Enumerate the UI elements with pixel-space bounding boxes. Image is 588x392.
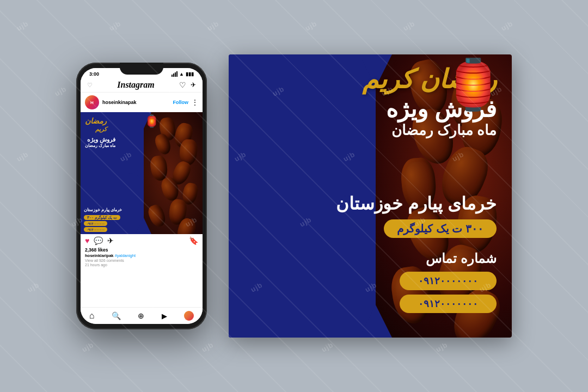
battery-icon: ▮▮▮ [186,71,194,77]
mini-sale-subtitle: ماه مبارک رمضان [85,143,115,148]
heart-header-icon[interactable]: ♡ [87,82,93,89]
avatar[interactable]: H [85,95,99,109]
wifi-icon: ▲ [179,71,184,77]
reels-nav-icon[interactable]: ▶ [162,312,167,320]
home-nav-icon[interactable]: ⌂ [89,311,95,321]
mini-ramadan-text: رمضان [85,117,107,126]
poster-phone1: ۰۹۱۲۰۰۰۰۰۰۰ [400,272,497,290]
signal-bars [171,71,177,77]
poster-phone2: ۰۹۱۲۰۰۰۰۰۰۰ [400,295,497,313]
mini-calligraphy: رمضان کریم [85,117,107,133]
mini-phone2: ۰۹۱۲۰۰۰۰۰۰۰ [84,227,107,232]
product-section: خرمای پیارم خوزستان ۳۰۰ ت یک کیلوگرم شما… [244,193,497,313]
phone-screen: 3:00 ▲ ▮▮▮ ♡ Instagram ♡ [81,68,203,324]
more-options-icon[interactable]: ⋮ [192,99,198,106]
share-icon[interactable]: ✈ [107,236,114,245]
poster-sale-subtitle: ماه مبارک رمضان [244,122,497,139]
post-header: H hoseinkinapak Follow ⋮ [81,93,203,112]
post-image: رمضان کریم 🏮 فروش ویژه ماه مبارک رمضان خ… [81,112,203,234]
header-icons: ♡ ✈ [179,81,196,89]
heart-icon[interactable]: ♡ [179,81,186,89]
mini-sale-title: فروش ویژه [85,136,115,143]
poster-product-title: خرمای پیارم خوزستان [244,193,497,214]
bottom-navigation: ⌂ 🔍 ⊕ ▶ [81,307,203,324]
signal-bar-2 [173,74,174,77]
mini-phone1: ۰۹۱۲۰۰۰۰۰۰۰ [84,221,107,226]
large-poster: 🏮 رمضان کریم فروش ویژه ماه مبارک رمضان خ… [229,54,512,338]
message-icon[interactable]: ✈ [191,81,196,89]
signal-bar-3 [175,72,176,77]
profile-nav-icon[interactable] [184,311,194,321]
caption-username: hoseinklaripak [85,253,114,258]
phone-mockup: 3:00 ▲ ▮▮▮ ♡ Instagram ♡ [76,63,207,329]
mini-phone-numbers: ۰۹۱۲۰۰۰۰۰۰۰ ۰۹۱۲۰۰۰۰۰۰۰ [84,221,107,232]
mini-sale-text: فروش ویژه ماه مبارک رمضان [85,136,115,148]
mini-price-label: ۳۰۰ ت یک کیلوگرم [84,215,120,220]
time-display: 3:00 [89,71,99,77]
instagram-header: ♡ Instagram ♡ ✈ [81,78,203,93]
phone-notch [120,63,163,75]
mini-lantern-icon: 🏮 [144,114,159,128]
signal-bar-1 [171,75,173,77]
like-icon[interactable]: ♥ [85,236,89,245]
instagram-logo: Instagram [117,80,154,90]
view-comments-link[interactable]: View all 926 comments [85,259,198,262]
poster-price-tag: ۳۰۰ ت یک کیلوگرم [384,219,497,238]
likes-count: 2,368 likes [85,247,198,253]
mini-kareem-text: کریم [85,126,107,133]
bookmark-icon[interactable]: 🔖 [189,236,198,245]
add-post-nav-icon[interactable]: ⊕ [138,311,144,320]
time-ago: 21 hours ago [85,263,198,267]
signal-bar-4 [176,71,177,77]
poster-lantern-icon: 🏮 [443,60,504,109]
post-caption: hoseinklaripak #yaldanight [85,253,198,258]
status-icons: ▲ ▮▮▮ [171,71,194,77]
poster-contact-title: شماره تماس [244,251,497,266]
follow-button[interactable]: Follow [173,100,189,105]
username-label[interactable]: hoseinkinapak [102,100,170,105]
hashtag-link[interactable]: #yaldanight [115,253,136,258]
post-info: 2,368 likes hoseinklaripak #yaldanight V… [81,247,203,269]
comment-icon[interactable]: 💬 [94,236,103,245]
mini-price-tag: ۳۰۰ ت یک کیلوگرم [84,211,120,221]
poster-phone-list: ۰۹۱۲۰۰۰۰۰۰۰ ۰۹۱۲۰۰۰۰۰۰۰ [244,272,497,313]
post-actions: ♥ 💬 ✈ 🔖 [81,234,203,247]
main-content: 3:00 ▲ ▮▮▮ ♡ Instagram ♡ [0,0,588,392]
search-nav-icon[interactable]: 🔍 [112,311,121,320]
